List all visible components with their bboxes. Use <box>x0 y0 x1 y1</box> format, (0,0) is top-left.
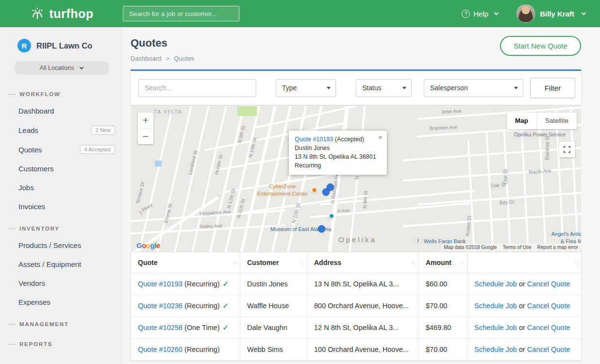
sort-icon[interactable]: ↑↓ <box>233 260 236 265</box>
sidebar-nav: WORKFLOW Dashboard Leads2 New Quotes4 Ac… <box>0 82 123 351</box>
cancel-quote-link[interactable]: Cancel Quote <box>527 302 570 310</box>
terms-of-use-link[interactable]: Terms of Use <box>503 245 532 250</box>
user-menu[interactable]: Billy Kraft <box>517 4 585 23</box>
quote-map-marker[interactable] <box>318 225 325 232</box>
map-street-label: Oak St <box>491 182 506 188</box>
chevron-down-icon <box>582 10 586 15</box>
dash-icon <box>9 344 15 345</box>
amount-cell: $70.00 <box>419 295 467 317</box>
address-cell: 800 Orchard Avenue, Hoove... <box>307 295 419 317</box>
cancel-quote-link[interactable]: Cancel Quote <box>527 346 570 353</box>
table-row: Quote #10260 (Recurring) Webb Sims 100 O… <box>131 339 582 361</box>
quote-type: (Recurring) <box>184 302 220 310</box>
quote-link[interactable]: Quote #10258 <box>138 324 183 331</box>
sidebar-item-vendors[interactable]: Vendors <box>0 274 123 293</box>
user-avatar <box>517 4 535 23</box>
dash-icon <box>9 94 15 95</box>
company-logo: R <box>17 39 31 52</box>
infowindow-quote-link[interactable]: Quote #10193 <box>295 136 333 143</box>
sort-icon[interactable]: ↑↓ <box>300 260 303 265</box>
leads-badge: 2 New <box>91 126 115 134</box>
address-cell: 12 N 8th St, Opelika AL 3... <box>307 317 419 339</box>
fullscreen-button[interactable] <box>559 142 575 157</box>
sidebar-item-customers[interactable]: Customers <box>0 159 123 178</box>
cancel-quote-link[interactable]: Cancel Quote <box>527 324 570 331</box>
header-actions[interactable]: ↑↓ <box>467 252 582 273</box>
sidebar-item-products-services[interactable]: Products / Services <box>0 236 123 255</box>
company-header[interactable]: R RIIPL Lawn Co <box>0 27 123 57</box>
sidebar-item-dashboard[interactable]: Dashboard <box>0 101 123 120</box>
infowindow-close-icon[interactable]: × <box>378 133 383 141</box>
map-view-button[interactable]: Map <box>507 113 537 129</box>
sidebar-item-quotes[interactable]: Quotes4 Accepted <box>0 140 123 159</box>
infowindow-customer: Dustin Jones <box>295 144 381 152</box>
accepted-check-icon: ✓ <box>222 324 228 331</box>
header-quote[interactable]: Quote↑↓ <box>131 252 240 273</box>
zoom-out-button[interactable]: − <box>138 129 153 144</box>
locations-label: All Locations <box>40 65 74 71</box>
section-management[interactable]: MANAGEMENT <box>0 312 123 331</box>
map-street-label: Raintree St <box>545 135 550 160</box>
quote-map-marker[interactable] <box>322 188 330 196</box>
company-name: RIIPL Lawn Co <box>36 41 92 50</box>
help-menu[interactable]: ? Help <box>462 10 498 18</box>
quote-link[interactable]: Quote #10193 <box>138 280 183 288</box>
map-street-label: Jeter Ave <box>441 108 462 115</box>
main-content: Quotes Dashboard > Quotes Start New Quot… <box>123 0 600 361</box>
status-select[interactable]: Status <box>356 79 412 97</box>
sidebar-item-leads[interactable]: Leads2 New <box>0 120 123 140</box>
logo-text: turfhop <box>50 7 94 21</box>
satellite-view-button[interactable]: Satellite <box>537 113 577 129</box>
quotes-search-input[interactable] <box>138 79 256 97</box>
logo[interactable]: turfhop <box>0 6 123 21</box>
type-select[interactable]: Type <box>276 79 336 97</box>
chevron-down-icon <box>80 66 83 69</box>
table-row: Quote #10193 (Recurring)✓ Dustin Jones 1… <box>131 273 582 295</box>
breadcrumb-dashboard[interactable]: Dashboard <box>131 55 162 62</box>
schedule-job-link[interactable]: Schedule Job <box>474 324 517 331</box>
map-infowindow: × Quote #10193 (Accepted) Dustin Jones 1… <box>289 131 387 175</box>
filter-button[interactable]: Filter <box>530 78 575 98</box>
schedule-job-link[interactable]: Schedule Job <box>474 280 517 288</box>
select-arrow-icon <box>402 87 406 89</box>
page-header: Quotes Dashboard > Quotes Start New Quot… <box>123 27 600 69</box>
sort-icon[interactable]: ↑↓ <box>574 260 578 265</box>
sidebar-item-assets-equipment[interactable]: Assets / Equipment <box>0 255 123 274</box>
schedule-job-link[interactable]: Schedule Job <box>474 302 517 310</box>
map-data-credit: Map data ©2018 Google <box>444 245 497 250</box>
map-street-label: Brannon Ave <box>430 124 458 131</box>
global-search-input[interactable] <box>123 6 239 21</box>
header-customer[interactable]: Customer↑↓ <box>240 252 307 273</box>
start-new-quote-button[interactable]: Start New Quote <box>500 36 581 56</box>
report-map-error-link[interactable]: Report a map error <box>537 245 578 250</box>
salesperson-select[interactable]: Salesperson <box>424 79 523 97</box>
map[interactable]: TA VISTAJeter AveBrannon AveOpelika Powe… <box>131 106 581 252</box>
select-arrow-icon <box>514 87 518 89</box>
infowindow-address: 13 N 8th St, Opelika AL 36801 <box>295 152 381 161</box>
quote-link[interactable]: Quote #10260 <box>138 346 183 353</box>
customer-cell: Dale Vaughn <box>240 317 307 339</box>
sidebar-item-jobs[interactable]: Jobs <box>0 178 123 197</box>
header-address[interactable]: Address↑↓ <box>307 252 419 273</box>
map-water <box>155 161 162 166</box>
map-road <box>503 131 511 252</box>
schedule-job-link[interactable]: Schedule Job <box>474 346 517 353</box>
section-reports[interactable]: REPORTS <box>0 331 123 351</box>
cancel-quote-link[interactable]: Cancel Quote <box>527 280 570 288</box>
sort-icon[interactable]: ↑↓ <box>460 260 464 265</box>
map-street-label: TA VISTA <box>154 109 182 115</box>
quote-type: (Recurring) <box>184 346 220 353</box>
map-park <box>237 106 257 116</box>
sidebar-item-expenses[interactable]: Expenses <box>0 293 123 312</box>
quote-link[interactable]: Quote #10236 <box>138 302 183 310</box>
sidebar-item-invoices[interactable]: Invoices <box>0 197 123 216</box>
locations-selector[interactable]: All Locations <box>14 61 109 75</box>
sort-icon[interactable]: ↑↓ <box>411 260 415 265</box>
map-zoom-control: + − <box>138 113 153 144</box>
amount-cell: $60.00 <box>419 273 467 295</box>
header-amount[interactable]: Amount↑↓ <box>419 252 467 273</box>
zoom-in-button[interactable]: + <box>138 113 153 128</box>
google-logo[interactable]: Google <box>136 241 160 249</box>
map-city-label: Opelika <box>338 235 377 244</box>
filter-bar: Type Status Salesperson Filter <box>131 69 581 105</box>
